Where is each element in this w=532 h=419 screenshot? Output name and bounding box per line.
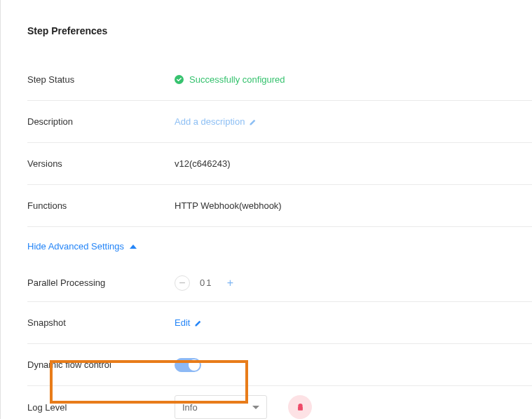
advanced-toggle-label: Hide Advanced Settings <box>27 241 124 252</box>
label-description: Description <box>27 116 175 127</box>
label-parallel: Parallel Processing <box>27 277 175 288</box>
row-dynamic-flow: Dynamic flow control <box>27 344 532 386</box>
label-log-level: Log Level <box>27 402 175 413</box>
svg-rect-0 <box>298 406 303 410</box>
status-value: Successfully configured <box>189 74 285 85</box>
label-functions: Functions <box>27 200 175 211</box>
row-snapshot: Snapshot Edit <box>27 302 532 344</box>
caret-up-icon <box>130 245 137 249</box>
row-description: Description Add a description <box>27 101 532 143</box>
pencil-icon[interactable] <box>194 319 203 327</box>
toggle-knob <box>189 359 200 371</box>
log-level-selected: Info <box>182 402 198 413</box>
row-versions: Versions v12(c646243) <box>27 143 532 185</box>
row-parallel-processing: Parallel Processing − 01 + <box>27 264 532 302</box>
stepper-value: 01 <box>200 277 212 288</box>
label-snapshot: Snapshot <box>27 317 175 328</box>
stepper-decrement[interactable]: − <box>175 275 190 291</box>
row-log-level: Log Level Info <box>27 386 532 419</box>
versions-value: v12(c646243) <box>175 158 231 169</box>
add-description-link[interactable]: Add a description <box>175 116 245 127</box>
log-level-select[interactable]: Info <box>175 395 267 419</box>
lock-icon <box>296 403 305 412</box>
row-functions: Functions HTTP Webhook(webhook) <box>27 185 532 227</box>
label-dynamic-flow: Dynamic flow control <box>27 359 175 370</box>
label-versions: Versions <box>27 158 175 169</box>
dynamic-flow-toggle[interactable] <box>175 358 201 372</box>
quantity-stepper: − 01 + <box>175 275 238 291</box>
stepper-increment[interactable]: + <box>222 275 238 291</box>
row-step-status: Step Status Successfully configured <box>27 59 532 101</box>
pencil-icon[interactable] <box>249 118 257 126</box>
functions-value: HTTP Webhook(webhook) <box>175 200 282 211</box>
label-step-status: Step Status <box>27 74 175 85</box>
advanced-settings-toggle[interactable]: Hide Advanced Settings <box>27 227 532 264</box>
edit-snapshot-link[interactable]: Edit <box>175 317 190 328</box>
check-circle-icon <box>175 75 184 84</box>
chevron-down-icon <box>252 406 259 409</box>
page-title: Step Preferences <box>27 25 532 36</box>
lock-button[interactable] <box>288 395 312 419</box>
